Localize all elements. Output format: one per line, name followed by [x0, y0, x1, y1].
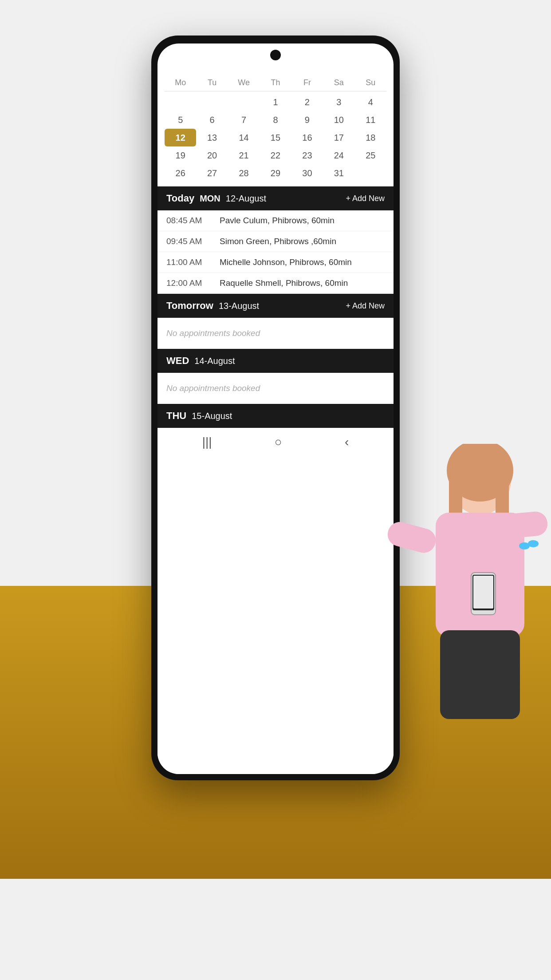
appointment-description: Michelle Johnson, Phibrows, 60min — [220, 257, 352, 267]
add-new-button[interactable]: + Add New — [346, 301, 385, 311]
calendar-day[interactable]: 12 — [165, 129, 196, 146]
calendar-day — [196, 93, 228, 111]
calendar-day[interactable]: 10 — [323, 111, 354, 129]
calendar-day[interactable]: 11 — [355, 111, 386, 129]
schedule-header: TodayMON12-August+ Add New — [157, 186, 394, 210]
schedule-day-label: Today — [166, 193, 194, 204]
schedule-date: 14-August — [194, 356, 235, 366]
calendar-row: 19202122232425 — [165, 146, 386, 164]
calendar-day[interactable]: 14 — [228, 129, 260, 146]
schedule-list: TodayMON12-August+ Add New08:45 AMPavle … — [157, 186, 394, 428]
calendar-day[interactable]: 17 — [323, 129, 354, 146]
calendar-day[interactable]: 31 — [323, 164, 354, 182]
app-header — [157, 64, 394, 73]
weekday-label: We — [228, 78, 260, 87]
camera-dot — [270, 50, 281, 60]
schedule-day-label: THU — [166, 410, 186, 422]
schedule-day-name: MON — [200, 194, 220, 204]
calendar-day[interactable]: 30 — [291, 164, 323, 182]
calendar-day — [228, 93, 260, 111]
schedule-header: WED14-August — [157, 349, 394, 373]
calendar-day[interactable]: 26 — [165, 164, 196, 182]
calendar-day[interactable]: 24 — [323, 146, 354, 164]
calendar-day[interactable]: 20 — [196, 146, 228, 164]
calendar-row: 1234 — [165, 93, 386, 111]
appointment-description: Pavle Culum, Phibrows, 60min — [220, 216, 335, 225]
calendar-day[interactable]: 1 — [260, 93, 291, 111]
calendar-day[interactable]: 5 — [165, 111, 196, 129]
calendar-day[interactable]: 3 — [323, 93, 354, 111]
calendar-day[interactable]: 23 — [291, 146, 323, 164]
appointment-description: Raquelle Shmell, Phibrows, 60min — [220, 278, 348, 288]
calendar-day — [165, 93, 196, 111]
calendar-day[interactable]: 18 — [355, 129, 386, 146]
appointment-row[interactable]: 12:00 AMRaquelle Shmell, Phibrows, 60min — [157, 273, 394, 294]
appointment-row[interactable]: 08:45 AMPavle Culum, Phibrows, 60min — [157, 210, 394, 231]
calendar-day — [355, 164, 386, 182]
appointment-time: 11:00 AM — [166, 257, 220, 267]
schedule-day-label: Tomorrow — [166, 300, 213, 312]
calendar-row: 12131415161718 — [165, 129, 386, 146]
weekday-headers: MoTuWeThFrSaSu — [165, 78, 386, 91]
schedule-date: 13-August — [219, 301, 259, 311]
calendar-nav — [157, 73, 394, 78]
calendar-day[interactable]: 25 — [355, 146, 386, 164]
calendar-day[interactable]: 29 — [260, 164, 291, 182]
schedule-header: Tomorrow13-August+ Add New — [157, 294, 394, 318]
svg-point-12 — [528, 540, 539, 547]
calendar-day[interactable]: 2 — [291, 93, 323, 111]
appointment-time: 09:45 AM — [166, 237, 220, 246]
appointment-row[interactable]: 11:00 AMMichelle Johnson, Phibrows, 60mi… — [157, 252, 394, 273]
schedule-header: THU15-August — [157, 404, 394, 428]
person-image — [338, 444, 551, 843]
weekday-label: Mo — [165, 78, 196, 87]
weekday-label: Fr — [291, 78, 323, 87]
calendar-day[interactable]: 4 — [355, 93, 386, 111]
nav-home-icon[interactable]: ○ — [275, 435, 282, 449]
calendar-row: 567891011 — [165, 111, 386, 129]
no-appointments-message: No appointments booked — [157, 318, 394, 349]
svg-rect-10 — [473, 576, 493, 609]
calendar-day[interactable]: 21 — [228, 146, 260, 164]
calendar-weeks: 1234567891011121314151617181920212223242… — [165, 93, 386, 182]
weekday-label: Th — [260, 78, 291, 87]
calendar-grid: MoTuWeThFrSaSu 1234567891011121314151617… — [157, 78, 394, 182]
appointment-time: 12:00 AM — [166, 278, 220, 288]
calendar-day[interactable]: 9 — [291, 111, 323, 129]
svg-rect-7 — [440, 630, 520, 719]
no-appointments-message: No appointments booked — [157, 373, 394, 404]
calendar-day[interactable]: 28 — [228, 164, 260, 182]
add-new-button[interactable]: + Add New — [346, 194, 385, 203]
weekday-label: Tu — [196, 78, 228, 87]
schedule-date: 12-August — [226, 194, 266, 204]
weekday-label: Su — [355, 78, 386, 87]
weekday-label: Sa — [323, 78, 354, 87]
appointment-row[interactable]: 09:45 AMSimon Green, Phibrows ,60min — [157, 231, 394, 252]
calendar-day[interactable]: 15 — [260, 129, 291, 146]
appointment-time: 08:45 AM — [166, 216, 220, 225]
nav-recents-icon[interactable]: ||| — [202, 435, 212, 449]
schedule-day-label: WED — [166, 355, 189, 367]
appointment-description: Simon Green, Phibrows ,60min — [220, 237, 336, 246]
calendar-day[interactable]: 6 — [196, 111, 228, 129]
svg-rect-5 — [385, 519, 438, 556]
calendar-day[interactable]: 16 — [291, 129, 323, 146]
calendar-day[interactable]: 7 — [228, 111, 260, 129]
calendar-row: 262728293031 — [165, 164, 386, 182]
calendar-day[interactable]: 27 — [196, 164, 228, 182]
calendar-day[interactable]: 8 — [260, 111, 291, 129]
calendar-day[interactable]: 22 — [260, 146, 291, 164]
schedule-date: 15-August — [192, 411, 232, 421]
calendar-day[interactable]: 19 — [165, 146, 196, 164]
calendar-day[interactable]: 13 — [196, 129, 228, 146]
